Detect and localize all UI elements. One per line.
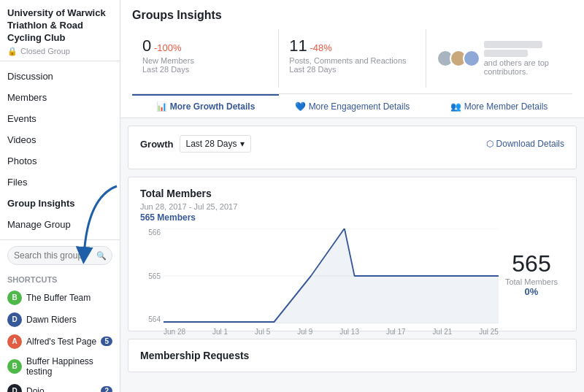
contributor-name-2 (484, 50, 528, 57)
y-axis: 566 565 564 (140, 228, 164, 323)
x-axis: Jun 28 Jul 1 Jul 5 Jul 9 Jul 13 Jul 17 J… (164, 326, 499, 336)
shortcuts-list: BThe Buffer TeamDDawn RidersAAlfred's Te… (0, 287, 120, 392)
shortcut-avatar: D (7, 312, 22, 327)
new-members-label: New Members Last 28 Days (142, 56, 268, 74)
sidebar-item-members[interactable]: Members (0, 87, 120, 108)
shortcut-item[interactable]: DDojo2 (0, 380, 120, 392)
shortcut-avatar: B (7, 359, 22, 374)
bar-chart-icon: 📊 (156, 101, 167, 112)
shortcut-item[interactable]: DDawn Riders (0, 309, 120, 331)
sidebar: University of Warwick Triathlon & Road C… (0, 0, 120, 392)
shortcut-badge: 5 (101, 337, 112, 346)
shortcut-badge: 2 (101, 386, 112, 392)
contributors-card: and others are top contributors. (426, 29, 572, 88)
new-members-value: 0 -100% (142, 36, 268, 55)
total-members-section: Total Members Jun 28, 2017 - Jul 25, 201… (128, 177, 577, 331)
shortcuts-label: Shortcuts (0, 271, 120, 287)
contributor-avatars (437, 50, 480, 67)
new-members-card: 0 -100% New Members Last 28 Days (132, 29, 279, 88)
shortcut-name: Dojo (26, 386, 45, 392)
shortcut-avatar: B (7, 291, 22, 305)
stat-number: 565 (499, 250, 564, 277)
growth-section: Growth Last 28 Days ▾ ⬡ Download Details (128, 126, 577, 169)
search-icon: 🔍 (96, 250, 107, 260)
stat-label: Total Members (499, 277, 564, 286)
people-icon: 👥 (450, 101, 461, 112)
membership-title: Membership Requests (140, 350, 564, 361)
line-chart (164, 228, 499, 323)
membership-section: Membership Requests (128, 339, 577, 372)
page-title: Groups Insights (132, 9, 572, 22)
contributors-row: and others are top contributors. (437, 36, 562, 76)
shortcut-item[interactable]: AAlfred's Test Page5 (0, 331, 120, 353)
main-content: Groups Insights 0 -100% New Members Last… (120, 0, 584, 392)
search-container: 🔍 (7, 246, 112, 265)
tab-growth[interactable]: 📊 More Growth Details (132, 94, 279, 118)
sidebar-nav: DiscussionMembersEventsVideosPhotosFiles… (0, 61, 120, 240)
sidebar-item-photos[interactable]: Photos (0, 150, 120, 172)
members-value-label: 565 Members (140, 212, 564, 223)
shortcut-avatar: D (7, 384, 22, 392)
posts-value: 11 -48% (289, 36, 415, 55)
sidebar-item-videos[interactable]: Videos (0, 129, 120, 150)
period-dropdown[interactable]: Last 28 Days ▾ (180, 135, 251, 153)
shortcut-name: Alfred's Test Page (26, 337, 96, 347)
shortcut-name: Dawn Riders (26, 315, 77, 325)
avatar-3 (463, 50, 480, 67)
chevron-down-icon: ▾ (240, 139, 245, 149)
group-info: University of Warwick Triathlon & Road C… (0, 0, 120, 61)
main-header: Groups Insights 0 -100% New Members Last… (120, 0, 584, 118)
sidebar-item-files[interactable]: Files (0, 172, 120, 193)
shortcut-name: The Buffer Team (26, 293, 91, 303)
insight-tabs: 📊 More Growth Details 💙 More Engagement … (132, 93, 572, 118)
download-icon: ⬡ (486, 139, 493, 149)
download-details-link[interactable]: ⬡ Download Details (486, 139, 564, 149)
sidebar-item-group-insights[interactable]: Group Insights (0, 193, 120, 214)
heart-icon: 💙 (295, 101, 306, 112)
total-members-title: Total Members (140, 188, 564, 199)
posts-label: Posts, Comments and Reactions Last 28 Da… (289, 56, 415, 74)
chart-container: 566 565 564 (140, 228, 564, 323)
group-name: University of Warwick Triathlon & Road C… (7, 7, 112, 45)
shortcut-avatar: A (7, 334, 22, 349)
growth-header: Growth Last 28 Days ▾ ⬡ Download Details (140, 135, 564, 153)
growth-title-row: Growth Last 28 Days ▾ (140, 135, 251, 153)
tab-engagement[interactable]: 💙 More Engagement Details (279, 94, 426, 118)
sidebar-item-events[interactable]: Events (0, 108, 120, 129)
sidebar-item-discussion[interactable]: Discussion (0, 66, 120, 87)
lock-icon: 🔒 (7, 47, 18, 56)
group-type: 🔒 Closed Group (7, 47, 112, 56)
contributor-name-1 (484, 41, 542, 48)
date-range: Jun 28, 2017 - Jul 25, 2017 (140, 202, 564, 211)
chart-area: Jun 28 Jul 1 Jul 5 Jul 9 Jul 13 Jul 17 J… (164, 228, 499, 323)
shortcut-item[interactable]: BThe Buffer Team (0, 287, 120, 309)
chart-stat: 565 Total Members 0% (499, 228, 564, 297)
growth-label: Growth (140, 139, 174, 150)
shortcut-item[interactable]: BBuffer Happiness testing (0, 353, 120, 380)
sidebar-item-manage-group[interactable]: Manage Group (0, 214, 120, 235)
tab-members[interactable]: 👥 More Member Details (426, 94, 572, 118)
posts-card: 11 -48% Posts, Comments and Reactions La… (279, 29, 426, 88)
insight-cards: 0 -100% New Members Last 28 Days 11 -48%… (132, 29, 572, 88)
stat-change: 0% (499, 286, 564, 297)
shortcut-name: Buffer Happiness testing (26, 356, 112, 377)
